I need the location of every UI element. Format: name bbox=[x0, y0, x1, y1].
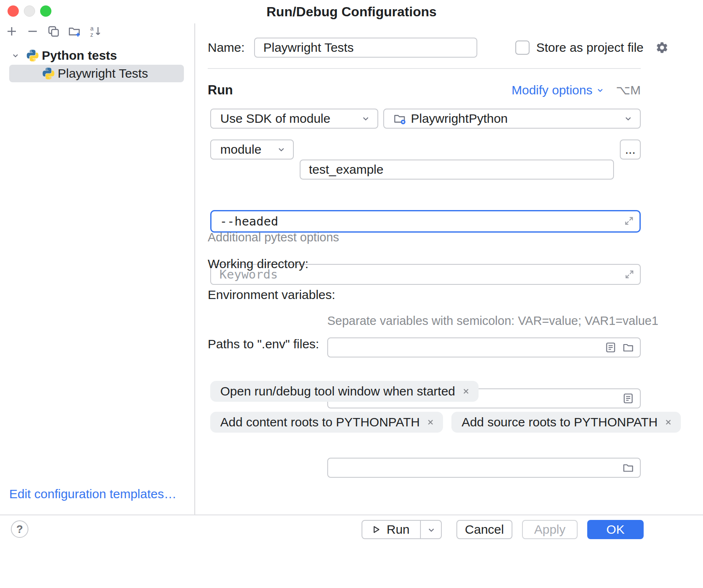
tag-add-source-roots: Add source roots to PYTHONPATH bbox=[451, 412, 681, 433]
target-field-wrap bbox=[300, 160, 614, 180]
tree-item-playwright-tests[interactable]: Playwright Tests bbox=[9, 65, 184, 82]
minimize-window-button bbox=[24, 5, 35, 17]
target-input[interactable] bbox=[301, 160, 613, 179]
modify-options-row: Modify options ⌥M bbox=[512, 83, 641, 97]
sdk-mode-dropdown[interactable]: Use SDK of module bbox=[210, 109, 378, 129]
zoom-window-button[interactable] bbox=[40, 5, 51, 17]
close-icon[interactable] bbox=[426, 418, 435, 426]
chevron-down-icon[interactable] bbox=[426, 525, 436, 535]
svg-text:a: a bbox=[90, 25, 94, 32]
apply-button[interactable]: Apply bbox=[522, 520, 578, 539]
copy-icon bbox=[47, 25, 60, 38]
tag-label: Open run/debug tool window when started bbox=[220, 384, 455, 398]
sidebar: az Python tests Playwright Tests Edit co… bbox=[0, 23, 194, 514]
minus-icon bbox=[26, 25, 39, 38]
ok-button[interactable]: OK bbox=[587, 520, 644, 539]
expand-field-icon[interactable] bbox=[624, 269, 635, 280]
sdk-module-value: PlaywrightPython bbox=[411, 112, 508, 126]
dialog-title: Run/Debug Configurations bbox=[266, 4, 436, 20]
python-icon bbox=[27, 50, 38, 61]
new-folder-icon bbox=[68, 25, 81, 38]
name-label: Name: bbox=[208, 38, 245, 58]
target-kind-dropdown[interactable]: module bbox=[210, 139, 294, 160]
additional-arguments-field bbox=[210, 210, 641, 233]
plus-icon bbox=[5, 25, 18, 38]
env-files-input[interactable] bbox=[328, 459, 640, 477]
expand-field-icon[interactable] bbox=[624, 215, 634, 226]
titlebar: Run/Debug Configurations bbox=[0, 0, 703, 23]
target-kind-value: module bbox=[220, 142, 261, 157]
help-button[interactable]: ? bbox=[11, 520, 28, 538]
window-controls bbox=[8, 5, 51, 17]
tree-group-python-tests[interactable]: Python tests bbox=[0, 48, 194, 63]
chip-row-1: Open run/debug tool window when started bbox=[210, 381, 479, 402]
modify-options-link[interactable]: Modify options bbox=[512, 83, 605, 97]
run-button-split-divider bbox=[420, 521, 421, 538]
environment-variables-label: Environment variables: bbox=[208, 285, 335, 305]
add-configuration-button[interactable] bbox=[4, 24, 19, 39]
module-icon bbox=[393, 112, 406, 125]
sidebar-toolbar: az bbox=[4, 23, 103, 39]
name-field-wrap bbox=[254, 38, 477, 58]
env-files-label: Paths to ".env" files: bbox=[208, 334, 319, 354]
close-window-button[interactable] bbox=[8, 5, 19, 17]
chevron-down-icon bbox=[623, 114, 633, 124]
run-section-header: Run bbox=[208, 83, 233, 98]
close-icon[interactable] bbox=[462, 387, 470, 395]
environment-variables-hint: Separate variables with semicolon: VAR=v… bbox=[327, 314, 658, 328]
macro-list-icon[interactable] bbox=[605, 342, 616, 353]
gear-icon[interactable] bbox=[655, 41, 669, 54]
sort-alphabetically-icon: az bbox=[89, 25, 102, 38]
working-directory-label: Working directory: bbox=[208, 254, 308, 274]
python-icon bbox=[43, 68, 54, 79]
chip-row-2: Add content roots to PYTHONPATH Add sour… bbox=[210, 412, 681, 433]
tree-group-label: Python tests bbox=[42, 48, 117, 63]
footer-divider bbox=[0, 514, 703, 515]
tree-item-label: Playwright Tests bbox=[58, 66, 148, 81]
remove-configuration-button[interactable] bbox=[25, 24, 40, 39]
working-directory-field bbox=[327, 337, 641, 357]
folder-icon[interactable] bbox=[622, 462, 634, 474]
chevron-down-icon bbox=[276, 144, 286, 155]
env-files-field bbox=[327, 458, 641, 478]
chevron-down-icon[interactable] bbox=[11, 51, 20, 60]
chevron-down-icon bbox=[596, 86, 605, 95]
section-divider bbox=[208, 68, 641, 69]
name-input[interactable] bbox=[255, 38, 476, 57]
store-as-project-file-row: Store as project file bbox=[515, 38, 669, 58]
config-form: Name: Store as project file Run Modify o… bbox=[195, 23, 703, 514]
chevron-down-icon bbox=[361, 114, 371, 124]
tag-open-run-debug-tool-window: Open run/debug tool window when started bbox=[210, 381, 479, 402]
run-button-label: Run bbox=[387, 522, 410, 537]
sort-configurations-button[interactable]: az bbox=[88, 24, 103, 39]
tag-add-content-roots: Add content roots to PYTHONPATH bbox=[210, 412, 443, 433]
tag-label: Add source roots to PYTHONPATH bbox=[461, 415, 657, 429]
store-as-project-file-checkbox[interactable] bbox=[515, 41, 530, 55]
new-folder-button[interactable] bbox=[67, 24, 82, 39]
svg-text:z: z bbox=[90, 31, 93, 38]
browse-target-button[interactable]: ... bbox=[620, 139, 641, 160]
copy-configuration-button[interactable] bbox=[46, 24, 61, 39]
additional-arguments-input[interactable] bbox=[211, 211, 639, 231]
additional-options-hint: Additional pytest options bbox=[208, 231, 339, 244]
modify-options-shortcut: ⌥M bbox=[616, 83, 641, 97]
run-button[interactable]: Run bbox=[362, 520, 442, 539]
play-icon bbox=[371, 524, 382, 535]
tag-label: Add content roots to PYTHONPATH bbox=[220, 415, 420, 429]
store-as-project-file-label: Store as project file bbox=[536, 41, 644, 55]
modify-options-label: Modify options bbox=[512, 83, 592, 97]
cancel-button[interactable]: Cancel bbox=[456, 520, 512, 539]
edit-configuration-templates-link[interactable]: Edit configuration templates… bbox=[9, 487, 176, 501]
sdk-mode-value: Use SDK of module bbox=[220, 112, 330, 126]
working-directory-input[interactable] bbox=[328, 338, 640, 357]
folder-icon[interactable] bbox=[622, 342, 634, 353]
macro-list-icon[interactable] bbox=[622, 393, 634, 404]
sdk-module-dropdown[interactable]: PlaywrightPython bbox=[383, 109, 641, 129]
close-icon[interactable] bbox=[664, 418, 672, 426]
